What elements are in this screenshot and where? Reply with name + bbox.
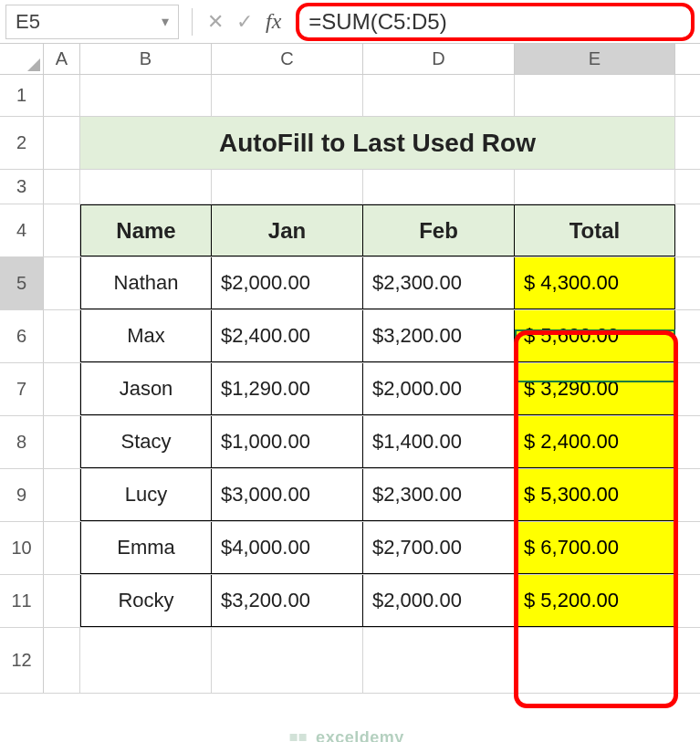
cell-A8[interactable] [44, 416, 80, 468]
formula-bar-icons: ✕ ✓ fx [198, 9, 290, 34]
cell-jan-3[interactable]: $1,000.00 [212, 416, 363, 468]
cell-name-6[interactable]: Rocky [80, 575, 212, 627]
cell-total-1[interactable]: $ 5,600.00 [515, 310, 675, 362]
cell-jan-5[interactable]: $4,000.00 [212, 522, 363, 574]
cell-A1[interactable] [44, 75, 80, 116]
cell-feb-0[interactable]: $2,300.00 [363, 257, 515, 309]
row-11: 11 Rocky $3,200.00 $2,000.00 $ 5,200.00 [0, 575, 700, 628]
header-feb[interactable]: Feb [363, 204, 515, 256]
col-header-C[interactable]: C [212, 44, 363, 74]
cell-feb-1[interactable]: $3,200.00 [363, 310, 515, 362]
col-header-E[interactable]: E [515, 44, 675, 74]
select-all-triangle[interactable] [0, 44, 44, 74]
col-header-D[interactable]: D [363, 44, 515, 74]
col-header-A[interactable]: A [44, 44, 80, 74]
cell-jan-4[interactable]: $3,000.00 [212, 469, 363, 521]
row-header-11[interactable]: 11 [0, 575, 44, 627]
cell-C1[interactable] [212, 75, 363, 116]
confirm-icon[interactable]: ✓ [236, 10, 253, 34]
fx-icon[interactable]: fx [266, 9, 281, 34]
cell-B1[interactable] [80, 75, 212, 116]
cell-E3[interactable] [515, 170, 675, 204]
cell-name-3[interactable]: Stacy [80, 416, 212, 468]
row-header-7[interactable]: 7 [0, 363, 44, 415]
cell-jan-1[interactable]: $2,400.00 [212, 310, 363, 362]
cell-name-4[interactable]: Lucy [80, 469, 212, 521]
row-header-6[interactable]: 6 [0, 310, 44, 362]
row-7: 7 Jason $1,290.00 $2,000.00 $ 3,290.00 [0, 363, 700, 416]
spreadsheet-grid: A B C D E 1 2 AutoFill to Last Used Row … [0, 44, 700, 694]
row-header-1[interactable]: 1 [0, 75, 44, 116]
cell-name-5[interactable]: Emma [80, 522, 212, 574]
title-cell[interactable]: AutoFill to Last Used Row [80, 117, 675, 169]
cell-name-0[interactable]: Nathan [80, 257, 212, 309]
formula-input[interactable]: =SUM(C5:D5) [308, 9, 446, 35]
row-header-10[interactable]: 10 [0, 522, 44, 574]
cell-A3[interactable] [44, 170, 80, 204]
row-2: 2 AutoFill to Last Used Row [0, 117, 700, 170]
cell-feb-6[interactable]: $2,000.00 [363, 575, 515, 627]
cell-A11[interactable] [44, 575, 80, 627]
column-headers: A B C D E [0, 44, 700, 75]
name-box[interactable]: E5 ▾ [5, 5, 179, 39]
cell-jan-0[interactable]: $2,000.00 [212, 257, 363, 309]
cell-total-6[interactable]: $ 5,200.00 [515, 575, 675, 627]
row-header-4[interactable]: 4 [0, 204, 44, 256]
cell-total-4[interactable]: $ 5,300.00 [515, 469, 675, 521]
row-header-2[interactable]: 2 [0, 117, 44, 169]
row-header-5[interactable]: 5 [0, 257, 44, 309]
cell-total-5[interactable]: $ 6,700.00 [515, 522, 675, 574]
cell-D12[interactable] [363, 628, 515, 693]
name-box-value: E5 [16, 10, 40, 34]
row-header-8[interactable]: 8 [0, 416, 44, 468]
cell-A7[interactable] [44, 363, 80, 415]
cell-D1[interactable] [363, 75, 515, 116]
row-6: 6 Max $2,400.00 $3,200.00 $ 5,600.00 [0, 310, 700, 363]
row-9: 9 Lucy $3,000.00 $2,300.00 $ 5,300.00 [0, 469, 700, 522]
formula-callout: =SUM(C5:D5) [296, 3, 695, 41]
cancel-icon[interactable]: ✕ [207, 10, 224, 34]
cell-feb-4[interactable]: $2,300.00 [363, 469, 515, 521]
col-header-B[interactable]: B [80, 44, 212, 74]
cell-feb-2[interactable]: $2,000.00 [363, 363, 515, 415]
cell-name-1[interactable]: Max [80, 310, 212, 362]
cell-feb-3[interactable]: $1,400.00 [363, 416, 515, 468]
rows-container: 1 2 AutoFill to Last Used Row 3 4 Name [0, 75, 700, 694]
formula-bar: E5 ▾ ✕ ✓ fx =SUM(C5:D5) [0, 0, 700, 44]
cell-B3[interactable] [80, 170, 212, 204]
cell-A10[interactable] [44, 522, 80, 574]
cell-A12[interactable] [44, 628, 80, 693]
cell-A4[interactable] [44, 204, 80, 256]
watermark-brand: exceldemy [316, 728, 404, 742]
header-total[interactable]: Total [515, 204, 675, 256]
row-header-3[interactable]: 3 [0, 170, 44, 204]
row-10: 10 Emma $4,000.00 $2,700.00 $ 6,700.00 [0, 522, 700, 575]
cell-total-2[interactable]: $ 3,290.00 [515, 363, 675, 415]
row-8: 8 Stacy $1,000.00 $1,400.00 $ 2,400.00 [0, 416, 700, 469]
cell-total-0[interactable]: $ 4,300.00 [515, 257, 675, 309]
cell-D3[interactable] [363, 170, 515, 204]
cell-feb-5[interactable]: $2,700.00 [363, 522, 515, 574]
row-header-9[interactable]: 9 [0, 469, 44, 521]
cell-B12[interactable] [80, 628, 212, 693]
row-header-12[interactable]: 12 [0, 628, 44, 693]
cell-name-2[interactable]: Jason [80, 363, 212, 415]
cell-jan-2[interactable]: $1,290.00 [212, 363, 363, 415]
header-name[interactable]: Name [80, 204, 212, 256]
cell-jan-6[interactable]: $3,200.00 [212, 575, 363, 627]
cell-E1[interactable] [515, 75, 675, 116]
cell-A9[interactable] [44, 469, 80, 521]
chevron-down-icon[interactable]: ▾ [162, 13, 169, 30]
cell-A2[interactable] [44, 117, 80, 169]
cell-C3[interactable] [212, 170, 363, 204]
cell-total-3[interactable]: $ 2,400.00 [515, 416, 675, 468]
watermark-logo: exceldemy EXCEL & DATA & BI [287, 728, 413, 742]
row-5: 5 Nathan $2,000.00 $2,300.00 $ 4,300.00 [0, 257, 700, 310]
header-jan[interactable]: Jan [212, 204, 363, 256]
cell-C12[interactable] [212, 628, 363, 693]
cell-A6[interactable] [44, 310, 80, 362]
row-1: 1 [0, 75, 700, 117]
row-4: 4 Name Jan Feb Total [0, 204, 700, 257]
cell-E12[interactable] [515, 628, 675, 693]
cell-A5[interactable] [44, 257, 80, 309]
